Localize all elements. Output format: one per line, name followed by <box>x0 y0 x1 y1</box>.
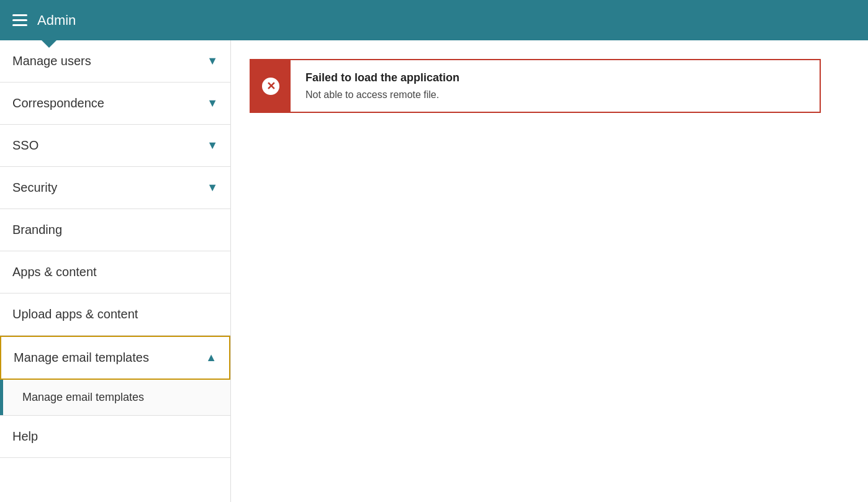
x-icon: ✕ <box>266 79 276 93</box>
sidebar-item-label: Upload apps & content <box>12 307 138 321</box>
error-body: Failed to load the application Not able … <box>291 60 474 112</box>
app-title: Admin <box>37 12 76 29</box>
sidebar-item-branding[interactable]: Branding <box>0 209 230 251</box>
sidebar-item-label: Manage email templates <box>14 351 149 365</box>
error-icon-container: ✕ <box>251 60 291 112</box>
sidebar-item-manage-email-templates[interactable]: Manage email templates ▲ <box>0 336 230 380</box>
error-close-icon[interactable]: ✕ <box>262 78 279 95</box>
chevron-down-icon: ▼ <box>207 181 218 194</box>
chevron-down-icon: ▼ <box>207 55 218 68</box>
sidebar-item-help[interactable]: Help <box>0 416 230 458</box>
chevron-down-icon: ▼ <box>207 97 218 110</box>
sidebar-subitem-manage-email-templates[interactable]: Manage email templates <box>0 380 230 416</box>
main-layout: Manage users ▼ Correspondence ▼ SSO ▼ Se… <box>0 40 868 502</box>
error-title: Failed to load the application <box>305 71 459 84</box>
sidebar: Manage users ▼ Correspondence ▼ SSO ▼ Se… <box>0 40 231 502</box>
chevron-down-icon: ▼ <box>207 139 218 152</box>
sidebar-item-label: Security <box>12 181 57 195</box>
error-message: Not able to access remote file. <box>305 89 459 101</box>
error-alert: ✕ Failed to load the application Not abl… <box>250 59 821 113</box>
sidebar-item-label: SSO <box>12 138 38 153</box>
hamburger-menu-icon[interactable] <box>12 14 27 26</box>
sidebar-item-label: Manage users <box>12 54 91 68</box>
header-triangle-indicator <box>42 40 57 48</box>
sidebar-item-upload-apps-content[interactable]: Upload apps & content <box>0 294 230 336</box>
sidebar-item-label: Branding <box>12 223 62 237</box>
sidebar-item-security[interactable]: Security ▼ <box>0 167 230 209</box>
sidebar-item-label: Apps & content <box>12 265 97 279</box>
app-header: Admin <box>0 0 868 40</box>
sidebar-item-correspondence[interactable]: Correspondence ▼ <box>0 83 230 125</box>
sidebar-item-manage-users[interactable]: Manage users ▼ <box>0 40 230 83</box>
sidebar-item-apps-content[interactable]: Apps & content <box>0 251 230 294</box>
sidebar-item-label: Correspondence <box>12 96 104 110</box>
main-content: ✕ Failed to load the application Not abl… <box>231 40 868 502</box>
sidebar-item-label: Help <box>12 429 38 444</box>
chevron-up-icon: ▲ <box>206 351 217 364</box>
sidebar-subitem-label: Manage email templates <box>22 391 144 404</box>
sidebar-item-sso[interactable]: SSO ▼ <box>0 125 230 167</box>
